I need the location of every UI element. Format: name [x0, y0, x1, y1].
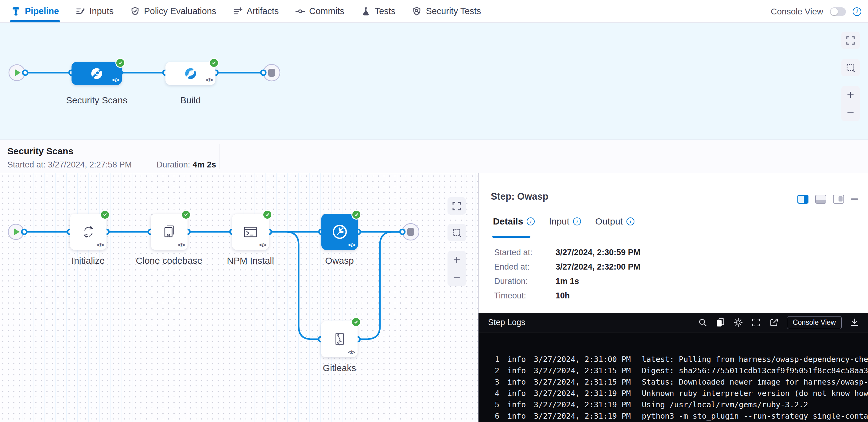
step-panel-title: Step: Owasp	[491, 191, 549, 202]
divider	[219, 144, 219, 169]
success-badge	[351, 317, 361, 327]
code-toggle-icon[interactable]: </>	[348, 349, 354, 356]
pipeline-execution-page: Pipeline Inputs Policy Evaluations	[0, 0, 868, 422]
step-label-owasp[interactable]: Owasp	[303, 256, 376, 266]
layout-float-view-button[interactable]	[833, 195, 844, 204]
stage-graph-canvas[interactable]: </> </> Security Scans Build	[0, 23, 868, 139]
inputs-icon	[75, 6, 85, 16]
tab-label: Input	[549, 216, 569, 227]
stage-canvas-select-button[interactable]	[841, 59, 860, 76]
log-line: 6 info 3/27/2024, 2:31:19 PM python3 -m …	[478, 410, 868, 422]
tab-tests[interactable]: Tests	[361, 0, 396, 22]
duration-label: Duration:	[157, 160, 190, 169]
input-info-icon[interactable]: i	[573, 218, 581, 225]
tab-details[interactable]: Details i	[493, 216, 535, 227]
detail-row-duration: Duration: 1m 1s	[494, 277, 528, 286]
step-canvas-select-button[interactable]	[447, 224, 466, 241]
code-toggle-icon[interactable]: </>	[178, 242, 184, 249]
console-view-info-icon[interactable]: i	[852, 7, 861, 16]
zoom-in-button[interactable]	[447, 252, 466, 267]
step-graph-canvas[interactable]: </> </>	[0, 173, 478, 422]
console-view-button[interactable]: Console View	[787, 316, 842, 329]
nav-right-controls: Console View i	[771, 0, 861, 23]
layout-right-view-button[interactable]	[797, 195, 808, 204]
zoom-out-button[interactable]	[447, 269, 466, 285]
stage-label-build[interactable]: Build	[165, 95, 215, 105]
panel-layout-controls	[797, 195, 858, 204]
layout-bottom-view-button[interactable]	[815, 195, 826, 204]
fullscreen-icon[interactable]	[751, 318, 761, 327]
step-node-initialize[interactable]: </>	[70, 214, 106, 250]
download-icon[interactable]	[850, 318, 859, 327]
policy-evaluations-icon	[130, 6, 140, 16]
tab-pipeline[interactable]: Pipeline	[11, 0, 59, 22]
detail-label: Duration:	[494, 277, 528, 286]
step-label-initialize[interactable]: Initialize	[51, 256, 125, 266]
tab-input[interactable]: Input i	[549, 216, 581, 227]
step-node-owasp[interactable]: </>	[321, 214, 358, 250]
success-badge	[262, 210, 272, 220]
step-canvas-expand-button[interactable]	[447, 197, 466, 215]
log-line: 4 info 3/27/2024, 2:31:19 PM Unknown rub…	[478, 388, 868, 399]
stage-connectors	[0, 23, 868, 139]
tab-label: Tests	[375, 6, 396, 16]
success-badge	[181, 210, 191, 220]
tab-policy-evaluations[interactable]: Policy Evaluations	[130, 0, 216, 22]
security-tests-icon	[412, 6, 422, 16]
step-node-clone-codebase[interactable]: </>	[151, 214, 188, 250]
log-timestamp: 3/27/2024, 2:31:15 PM	[534, 366, 642, 375]
stop-icon	[268, 69, 275, 77]
stage-node-security-scans[interactable]: </>	[71, 62, 122, 85]
stage-label-security-scans[interactable]: Security Scans	[60, 95, 133, 105]
log-line: 3 info 3/27/2024, 2:31:15 PM Status: Dow…	[478, 376, 868, 388]
minimize-panel-button[interactable]	[851, 198, 858, 200]
tab-label: Artifacts	[247, 6, 279, 16]
copy-icon[interactable]	[716, 318, 725, 327]
open-in-new-icon[interactable]	[769, 318, 779, 327]
log-timestamp: 3/27/2024, 2:31:00 PM	[534, 355, 642, 364]
log-lines[interactable]: 1 info 3/27/2024, 2:31:00 PM latest: Pul…	[478, 333, 868, 422]
details-info-icon[interactable]: i	[527, 218, 535, 225]
log-level: info	[507, 378, 526, 386]
tab-security-tests[interactable]: Security Tests	[412, 0, 481, 22]
log-timestamp: 3/27/2024, 2:31:19 PM	[534, 389, 642, 398]
detail-label: Started at:	[494, 248, 532, 257]
code-toggle-icon[interactable]: </>	[259, 242, 266, 249]
stage-canvas-expand-button[interactable]	[841, 32, 860, 49]
code-toggle-icon[interactable]: </>	[97, 242, 103, 249]
tab-commits[interactable]: Commits	[295, 0, 344, 22]
success-badge	[209, 58, 219, 68]
log-line: 5 info 3/27/2024, 2:31:19 PM Using /usr/…	[478, 399, 868, 410]
step-label-clone-codebase[interactable]: Clone codebase	[126, 256, 212, 266]
tab-label: Output	[595, 216, 623, 227]
log-message: Using /usr/local/rvm/gems/ruby-3.2.2	[642, 400, 868, 409]
tab-artifacts[interactable]: Artifacts	[233, 0, 279, 22]
settings-gear-icon[interactable]	[734, 318, 743, 327]
zoom-out-button[interactable]	[841, 105, 860, 120]
zoom-in-button[interactable]	[841, 87, 860, 102]
stage-node-build[interactable]: </>	[165, 62, 215, 85]
console-view-toggle[interactable]	[830, 7, 846, 16]
step-details-panel: Step: Owasp Details i Input i Output i	[478, 173, 868, 422]
log-message: Status: Downloaded newer image for harne…	[642, 378, 868, 386]
tab-label: Inputs	[89, 6, 114, 16]
output-info-icon[interactable]: i	[626, 218, 634, 225]
tab-inputs[interactable]: Inputs	[75, 0, 114, 22]
stage-info-bar: Security Scans Started at: 3/27/2024, 2:…	[0, 139, 868, 173]
log-timestamp: 3/27/2024, 2:31:19 PM	[534, 400, 642, 409]
detail-value: 10h	[556, 291, 570, 300]
active-tab-underline	[10, 20, 60, 22]
step-label-npm-install[interactable]: NPM Install	[211, 256, 290, 266]
detail-value: 3/27/2024, 2:30:59 PM	[556, 248, 640, 257]
step-node-gitleaks[interactable]: </>	[321, 321, 358, 357]
pipeline-icon	[11, 6, 21, 16]
step-node-npm-install[interactable]: </>	[232, 214, 269, 250]
success-badge	[351, 210, 361, 220]
search-icon[interactable]	[698, 318, 708, 327]
code-toggle-icon[interactable]: </>	[348, 242, 355, 249]
tab-output[interactable]: Output i	[595, 216, 634, 227]
step-label-gitleaks[interactable]: Gitleaks	[303, 363, 376, 373]
step-logs-title: Step Logs	[488, 318, 525, 327]
code-toggle-icon[interactable]: </>	[206, 77, 212, 84]
code-toggle-icon[interactable]: </>	[112, 77, 119, 84]
